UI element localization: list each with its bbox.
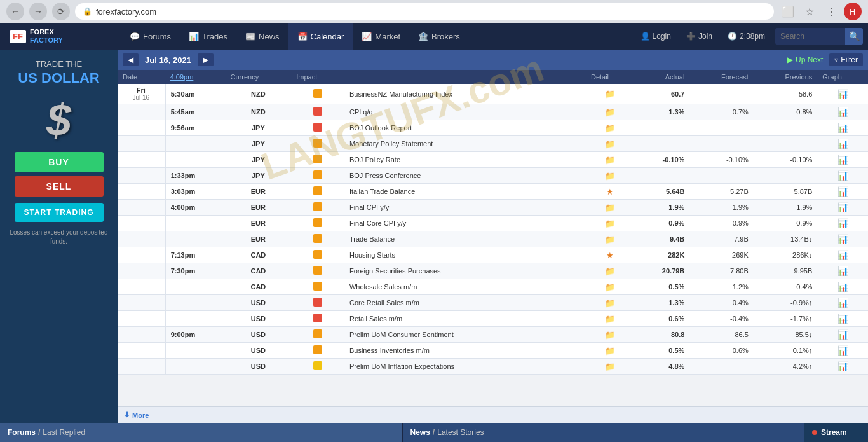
folder-icon[interactable]: 📁 bbox=[605, 282, 615, 292]
graph-icon[interactable]: 📊 bbox=[837, 89, 848, 99]
folder-icon[interactable]: 📁 bbox=[605, 219, 615, 228]
row-graph[interactable]: 📊 bbox=[817, 104, 868, 120]
graph-icon[interactable]: 📊 bbox=[837, 202, 848, 212]
row-event[interactable]: Italian Trade Balance bbox=[344, 184, 586, 200]
graph-icon[interactable]: 📊 bbox=[837, 266, 848, 276]
nav-calendar[interactable]: 📅 Calendar bbox=[288, 23, 353, 50]
row-event[interactable]: Final CPI y/y bbox=[344, 200, 586, 216]
row-detail[interactable]: 📁 bbox=[586, 136, 634, 152]
row-event[interactable]: Final Core CPI y/y bbox=[344, 216, 586, 231]
nav-forums[interactable]: 💬 Forums bbox=[121, 23, 180, 50]
row-event[interactable]: Monetary Policy Statement bbox=[344, 136, 586, 152]
row-detail[interactable]: 📁 bbox=[586, 327, 634, 343]
graph-icon[interactable]: 📊 bbox=[837, 186, 848, 197]
up-next-button[interactable]: ▶ Up Next bbox=[787, 55, 823, 64]
row-detail[interactable]: 📁 bbox=[586, 168, 634, 184]
folder-icon[interactable]: 📁 bbox=[605, 203, 615, 212]
news-bottom-link[interactable]: News / Latest Stories bbox=[403, 423, 805, 442]
folder-icon[interactable]: 📁 bbox=[605, 107, 615, 117]
folder-icon[interactable]: 📁 bbox=[605, 266, 615, 276]
search-input[interactable] bbox=[775, 32, 845, 41]
graph-icon[interactable]: 📊 bbox=[837, 314, 848, 324]
row-event[interactable]: BOJ Outlook Report bbox=[344, 120, 586, 136]
row-event[interactable]: Housing Starts bbox=[344, 247, 586, 263]
row-graph[interactable]: 📊 bbox=[817, 184, 868, 200]
row-detail[interactable]: 📁 bbox=[586, 104, 634, 120]
folder-icon[interactable]: 📁 bbox=[605, 314, 615, 324]
next-date-button[interactable]: ▶ bbox=[198, 53, 214, 66]
row-graph[interactable]: 📊 bbox=[817, 327, 868, 343]
graph-icon[interactable]: 📊 bbox=[837, 170, 848, 181]
row-detail[interactable]: 📁 bbox=[586, 152, 634, 168]
row-event[interactable]: BOJ Policy Rate bbox=[344, 152, 586, 168]
row-graph[interactable]: 📊 bbox=[817, 231, 868, 247]
folder-icon[interactable]: 📁 bbox=[605, 171, 615, 181]
row-event[interactable]: CPI q/q bbox=[344, 104, 586, 120]
row-graph[interactable]: 📊 bbox=[817, 343, 868, 359]
row-graph[interactable]: 📊 bbox=[817, 168, 868, 184]
row-graph[interactable]: 📊 bbox=[817, 359, 868, 375]
row-event[interactable]: Prelim UoM Consumer Sentiment bbox=[344, 327, 586, 343]
row-event[interactable]: Retail Sales m/m bbox=[344, 311, 586, 327]
nav-market[interactable]: 📈 Market bbox=[353, 23, 409, 50]
col-time[interactable]: 4:09pm bbox=[165, 70, 226, 84]
row-graph[interactable]: 📊 bbox=[817, 247, 868, 263]
graph-icon[interactable]: 📊 bbox=[837, 107, 848, 117]
buy-button[interactable]: BUY bbox=[15, 152, 104, 172]
graph-icon[interactable]: 📊 bbox=[837, 329, 848, 340]
row-detail[interactable]: 📁 bbox=[586, 343, 634, 359]
row-graph[interactable]: 📊 bbox=[817, 311, 868, 327]
nav-brokers[interactable]: 🏦 Brokers bbox=[409, 23, 469, 50]
row-graph[interactable]: 📊 bbox=[817, 136, 868, 152]
graph-icon[interactable]: 📊 bbox=[837, 361, 848, 371]
row-detail[interactable]: 📁 bbox=[586, 216, 634, 231]
row-detail[interactable]: 📁 bbox=[586, 279, 634, 295]
row-event[interactable]: Core Retail Sales m/m bbox=[344, 295, 586, 311]
graph-icon[interactable]: 📊 bbox=[837, 123, 848, 133]
folder-icon[interactable]: 📁 bbox=[605, 362, 615, 371]
star-icon[interactable]: ★ bbox=[606, 251, 614, 260]
row-graph[interactable]: 📊 bbox=[817, 152, 868, 168]
folder-icon[interactable]: 📁 bbox=[605, 155, 615, 165]
row-detail[interactable]: 📁 bbox=[586, 359, 634, 375]
row-detail[interactable]: 📁 bbox=[586, 295, 634, 311]
nav-news[interactable]: 📰 News bbox=[236, 23, 288, 50]
url-bar[interactable]: 🔒 forexfactory.com bbox=[75, 3, 774, 20]
login-button[interactable]: 👤 Login bbox=[635, 29, 676, 43]
logo-area[interactable]: FF FOREX FACTORY bbox=[3, 28, 121, 45]
cast-icon[interactable]: ⬜ bbox=[779, 3, 797, 20]
row-detail[interactable]: 📁 bbox=[586, 231, 634, 247]
row-detail[interactable]: 📁 bbox=[586, 263, 634, 279]
row-graph[interactable]: 📊 bbox=[817, 120, 868, 136]
prev-date-button[interactable]: ◀ bbox=[123, 53, 139, 66]
graph-icon[interactable]: 📊 bbox=[837, 234, 848, 244]
folder-icon[interactable]: 📁 bbox=[605, 346, 615, 356]
join-button[interactable]: ➕ Join bbox=[681, 29, 717, 43]
row-graph[interactable]: 📊 bbox=[817, 200, 868, 216]
folder-icon[interactable]: 📁 bbox=[605, 139, 615, 149]
folder-icon[interactable]: 📁 bbox=[605, 123, 615, 133]
folder-icon[interactable]: 📁 bbox=[605, 298, 615, 308]
graph-icon[interactable]: 📊 bbox=[837, 218, 848, 228]
back-button[interactable]: ← bbox=[6, 3, 24, 20]
row-graph[interactable]: 📊 bbox=[817, 295, 868, 311]
folder-icon[interactable]: 📁 bbox=[605, 235, 615, 244]
row-detail[interactable]: 📁 bbox=[586, 120, 634, 136]
row-detail[interactable]: ★ bbox=[586, 184, 634, 200]
row-event[interactable]: Prelim UoM Inflation Expectations bbox=[344, 359, 586, 375]
row-graph[interactable]: 📊 bbox=[817, 84, 868, 104]
filter-button[interactable]: ▿ Filter bbox=[829, 53, 863, 66]
folder-icon[interactable]: 📁 bbox=[605, 89, 615, 99]
forward-button[interactable]: → bbox=[29, 3, 47, 20]
stream-bottom-link[interactable]: Stream bbox=[804, 423, 868, 442]
row-detail[interactable]: 📁 bbox=[586, 311, 634, 327]
row-event[interactable]: BusinessNZ Manufacturing Index bbox=[344, 84, 586, 104]
row-graph[interactable]: 📊 bbox=[817, 263, 868, 279]
row-event[interactable]: Business Inventories m/m bbox=[344, 343, 586, 359]
more-button[interactable]: ⬇ More bbox=[124, 411, 149, 419]
sell-button[interactable]: SELL bbox=[15, 176, 104, 197]
star-icon[interactable]: ★ bbox=[606, 187, 614, 197]
nav-trades[interactable]: 📊 Trades bbox=[180, 23, 236, 50]
graph-icon[interactable]: 📊 bbox=[837, 250, 848, 260]
graph-icon[interactable]: 📊 bbox=[837, 345, 848, 356]
